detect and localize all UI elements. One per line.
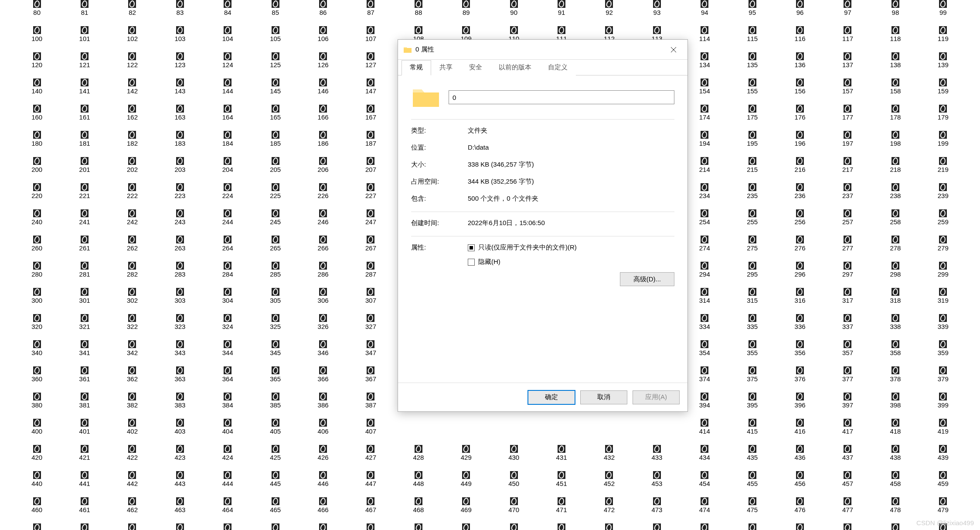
advanced-button[interactable]: 高级(D)... <box>620 272 674 286</box>
folder-item[interactable]: 265 <box>252 236 299 262</box>
folder-item[interactable]: 174 <box>681 105 728 131</box>
folder-item[interactable]: 445 <box>252 471 299 497</box>
folder-item[interactable]: 197 <box>824 131 871 157</box>
folder-item[interactable]: 481 <box>61 523 108 530</box>
folder-item[interactable]: 406 <box>299 419 347 445</box>
folder-item[interactable]: 498 <box>871 523 919 530</box>
folder-item[interactable]: 345 <box>252 340 299 366</box>
folder-item[interactable]: 127 <box>347 52 395 79</box>
folder-item[interactable]: 204 <box>204 157 252 183</box>
apply-button[interactable]: 应用(A) <box>633 390 680 404</box>
folder-item[interactable]: 305 <box>252 288 299 314</box>
folder-item[interactable]: 123 <box>156 52 204 79</box>
folder-item[interactable]: 417 <box>824 419 871 445</box>
folder-item[interactable]: 161 <box>61 105 108 131</box>
folder-item[interactable]: 470 <box>490 497 538 523</box>
folder-item[interactable]: 421 <box>61 445 108 471</box>
folder-item[interactable]: 314 <box>681 288 728 314</box>
folder-item[interactable]: 137 <box>824 52 871 79</box>
folder-item[interactable]: 403 <box>156 419 204 445</box>
folder-item[interactable]: 478 <box>871 497 919 523</box>
folder-item[interactable]: 146 <box>299 79 347 105</box>
folder-item[interactable]: 182 <box>109 131 156 157</box>
folder-item[interactable]: 335 <box>728 314 776 340</box>
folder-item[interactable]: 145 <box>252 79 299 105</box>
folder-item[interactable]: 260 <box>13 236 61 262</box>
folder-item[interactable]: 81 <box>61 0 108 26</box>
folder-item[interactable]: 480 <box>13 523 61 530</box>
folder-item[interactable]: 235 <box>728 183 776 209</box>
folder-item[interactable]: 431 <box>538 445 585 471</box>
folder-item[interactable]: 226 <box>299 183 347 209</box>
folder-item[interactable]: 90 <box>490 0 538 26</box>
folder-item[interactable]: 255 <box>728 209 776 236</box>
folder-item[interactable]: 458 <box>871 471 919 497</box>
folder-item[interactable]: 99 <box>919 0 967 26</box>
folder-item[interactable]: 278 <box>871 236 919 262</box>
folder-item[interactable]: 401 <box>61 419 108 445</box>
folder-item[interactable]: 216 <box>776 157 823 183</box>
folder-item[interactable]: 262 <box>109 236 156 262</box>
folder-item[interactable]: 456 <box>776 471 823 497</box>
folder-item[interactable]: 122 <box>109 52 156 79</box>
folder-item[interactable]: 261 <box>61 236 108 262</box>
folder-name-input[interactable] <box>449 90 674 104</box>
folder-item[interactable]: 121 <box>61 52 108 79</box>
folder-item[interactable]: 318 <box>871 288 919 314</box>
folder-item[interactable]: 378 <box>871 366 919 393</box>
folder-item[interactable]: 165 <box>252 105 299 131</box>
folder-item[interactable]: 202 <box>109 157 156 183</box>
folder-item[interactable]: 246 <box>299 209 347 236</box>
readonly-checkbox[interactable] <box>468 244 475 251</box>
folder-item[interactable]: 489 <box>442 523 490 530</box>
folder-item[interactable]: 435 <box>728 445 776 471</box>
folder-item[interactable]: 155 <box>728 79 776 105</box>
folder-item[interactable]: 176 <box>776 105 823 131</box>
folder-item[interactable]: 365 <box>252 366 299 393</box>
folder-item[interactable]: 203 <box>156 157 204 183</box>
folder-item[interactable]: 486 <box>299 523 347 530</box>
folder-item[interactable]: 244 <box>204 209 252 236</box>
folder-item[interactable]: 468 <box>395 497 442 523</box>
folder-item[interactable]: 167 <box>347 105 395 131</box>
folder-item[interactable]: 242 <box>109 209 156 236</box>
folder-item[interactable]: 227 <box>347 183 395 209</box>
folder-item[interactable]: 295 <box>728 262 776 288</box>
folder-item[interactable]: 428 <box>395 445 442 471</box>
folder-item[interactable]: 276 <box>776 236 823 262</box>
folder-item[interactable]: 488 <box>395 523 442 530</box>
folder-item[interactable]: 298 <box>871 262 919 288</box>
folder-item[interactable]: 342 <box>109 340 156 366</box>
folder-item[interactable]: 85 <box>252 0 299 26</box>
folder-item[interactable]: 107 <box>347 26 395 52</box>
folder-item[interactable]: 225 <box>252 183 299 209</box>
folder-item[interactable]: 450 <box>490 471 538 497</box>
folder-item[interactable]: 135 <box>728 52 776 79</box>
folder-item[interactable]: 105 <box>252 26 299 52</box>
folder-item[interactable]: 396 <box>776 393 823 419</box>
folder-item[interactable]: 218 <box>871 157 919 183</box>
folder-item[interactable]: 84 <box>204 0 252 26</box>
folder-item[interactable]: 106 <box>299 26 347 52</box>
folder-item[interactable]: 464 <box>204 497 252 523</box>
folder-item[interactable]: 357 <box>824 340 871 366</box>
folder-item[interactable]: 344 <box>204 340 252 366</box>
folder-item[interactable]: 100 <box>13 26 61 52</box>
folder-item[interactable]: 103 <box>156 26 204 52</box>
tab-4[interactable]: 自定义 <box>540 60 576 75</box>
folder-item[interactable]: 384 <box>204 393 252 419</box>
folder-item[interactable]: 471 <box>538 497 585 523</box>
folder-item[interactable]: 356 <box>776 340 823 366</box>
folder-item[interactable]: 159 <box>919 79 967 105</box>
folder-item[interactable]: 185 <box>252 131 299 157</box>
folder-item[interactable]: 491 <box>538 523 585 530</box>
folder-item[interactable]: 425 <box>252 445 299 471</box>
folder-item[interactable]: 496 <box>776 523 823 530</box>
folder-item[interactable]: 320 <box>13 314 61 340</box>
folder-item[interactable]: 376 <box>776 366 823 393</box>
folder-item[interactable]: 219 <box>919 157 967 183</box>
folder-item[interactable]: 283 <box>156 262 204 288</box>
folder-item[interactable]: 245 <box>252 209 299 236</box>
folder-item[interactable]: 400 <box>13 419 61 445</box>
folder-item[interactable]: 380 <box>13 393 61 419</box>
